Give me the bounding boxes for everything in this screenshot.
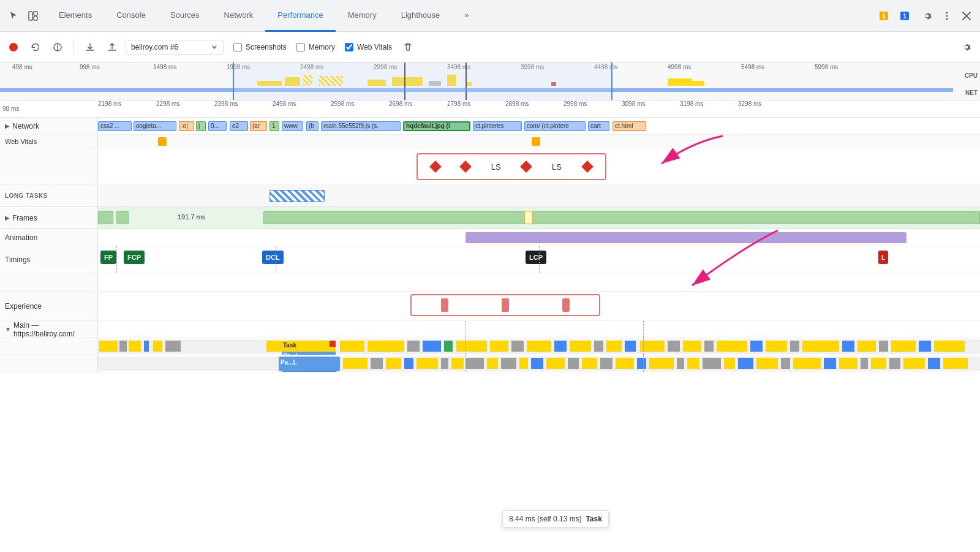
- net-chip-www[interactable]: www: [282, 121, 303, 131]
- net-chip-ctpinteres[interactable]: ct.pinteres: [473, 121, 522, 131]
- net-chip-main[interactable]: main.55e552f9.js (s.: [321, 121, 401, 131]
- net-chip-j[interactable]: j: [196, 121, 206, 131]
- net-chip-cart[interactable]: cart: [588, 121, 609, 131]
- task-g6[interactable]: [668, 341, 680, 352]
- task-y10[interactable]: [570, 341, 591, 352]
- profile-select[interactable]: bellroy.com #6: [126, 40, 224, 55]
- task-r2-15[interactable]: [582, 358, 597, 369]
- close-icon[interactable]: [958, 7, 975, 25]
- memory-checkbox-label[interactable]: Memory: [296, 43, 335, 51]
- tab-more[interactable]: »: [452, 0, 481, 32]
- task-r2-28[interactable]: [824, 358, 836, 369]
- net-chip-b[interactable]: (b: [306, 121, 318, 131]
- task-r2-25[interactable]: [756, 358, 778, 369]
- web-vitals-checkbox-label[interactable]: Web Vitals: [345, 43, 392, 51]
- memory-checkbox[interactable]: [296, 43, 305, 51]
- task-y3[interactable]: [153, 341, 162, 352]
- net-chip-hqdefault[interactable]: hqdefault.jpg (i: [403, 121, 470, 131]
- task-b5[interactable]: [750, 341, 763, 352]
- tab-network[interactable]: Network: [212, 0, 266, 32]
- net-chip-cthtml[interactable]: ct.html: [612, 121, 646, 131]
- task-y19[interactable]: [934, 341, 965, 352]
- task-main[interactable]: Task: [282, 341, 336, 352]
- task-y16[interactable]: [802, 341, 839, 352]
- task-r2-32[interactable]: [889, 358, 900, 369]
- task-r2-4[interactable]: [404, 358, 413, 369]
- task-y18[interactable]: [891, 341, 916, 352]
- task-y11[interactable]: [606, 341, 622, 352]
- fcp-chip[interactable]: FCP: [124, 251, 145, 264]
- task-g1[interactable]: [119, 341, 127, 352]
- warning-badge-button[interactable]: 1: [875, 9, 893, 23]
- record-button[interactable]: [5, 39, 22, 56]
- task-r2-18[interactable]: [637, 358, 646, 369]
- task-r2-27[interactable]: [793, 358, 821, 369]
- reload-record-button[interactable]: [27, 39, 44, 56]
- import-profile-button[interactable]: [81, 39, 99, 56]
- task-sub-pa[interactable]: Pa...L: [282, 352, 336, 355]
- overview-bar[interactable]: 498 ms 998 ms 1498 ms 1998 ms 2498 ms 29…: [0, 62, 980, 100]
- task-g7[interactable]: [704, 341, 714, 352]
- panel-layout-icon[interactable]: [24, 7, 42, 25]
- task-r2-19[interactable]: [649, 358, 674, 369]
- task-r2-7[interactable]: [451, 358, 464, 369]
- tab-performance[interactable]: Performance: [265, 0, 335, 32]
- animation-track-label[interactable]: Animation: [0, 229, 98, 246]
- dcl-chip[interactable]: DCL: [262, 251, 284, 264]
- stop-recording-button[interactable]: [49, 39, 66, 56]
- fp-chip[interactable]: FP: [100, 251, 116, 264]
- net-chip-googleta[interactable]: oogleta...: [134, 121, 176, 131]
- pa-bar[interactable]: Pa...L: [279, 357, 340, 371]
- task-r2-23[interactable]: [724, 358, 735, 369]
- task-g2[interactable]: [165, 341, 181, 352]
- task-r2-16[interactable]: [600, 358, 612, 369]
- task-r2-26[interactable]: [781, 358, 790, 369]
- task-r2-30[interactable]: [861, 358, 868, 369]
- lcp-chip[interactable]: LCP: [526, 251, 546, 264]
- main-thread-track-label[interactable]: ▼ Main — https://bellroy.com/: [0, 321, 98, 338]
- animation-bar[interactable]: [466, 232, 907, 243]
- tab-lighthouse[interactable]: Lighthouse: [389, 0, 453, 32]
- net-chip-ar[interactable]: (ar: [250, 121, 267, 131]
- frames-track-label[interactable]: ▶ Frames: [0, 207, 98, 229]
- tab-memory[interactable]: Memory: [336, 0, 389, 32]
- task-r2-11[interactable]: [519, 358, 528, 369]
- task-r2-5[interactable]: [417, 358, 438, 369]
- net-chip-0[interactable]: 0...: [208, 121, 227, 131]
- task-r2-29[interactable]: [839, 358, 858, 369]
- long-task-bar[interactable]: [270, 190, 325, 202]
- task-y8[interactable]: [490, 341, 508, 352]
- task-y15[interactable]: [766, 341, 787, 352]
- task-r2-21[interactable]: [687, 358, 699, 369]
- capture-settings-icon[interactable]: [958, 39, 975, 56]
- task-b7[interactable]: [919, 341, 931, 352]
- task-r2-12[interactable]: [531, 358, 543, 369]
- net-chip-co[interactable]: :o|: [179, 121, 194, 131]
- tab-console[interactable]: Console: [104, 0, 158, 32]
- frame-chip-1[interactable]: [98, 211, 113, 224]
- task-r2-2[interactable]: [371, 358, 383, 369]
- screenshots-checkbox[interactable]: [233, 43, 242, 51]
- task-r2-33[interactable]: [903, 358, 925, 369]
- task-r2-10[interactable]: [501, 358, 516, 369]
- clear-button[interactable]: [399, 39, 417, 56]
- net-chip-1[interactable]: 1: [270, 121, 279, 131]
- task-green1[interactable]: [444, 341, 453, 352]
- task-y12[interactable]: [640, 341, 665, 352]
- task-r2-20[interactable]: [677, 358, 684, 369]
- task-y5[interactable]: [340, 341, 364, 352]
- task-y9[interactable]: [527, 341, 551, 352]
- task-r2-35[interactable]: [943, 358, 968, 369]
- task-b3[interactable]: [554, 341, 567, 352]
- ev-bar[interactable]: Ev...pt: [282, 371, 337, 372]
- task-r2-17[interactable]: [616, 358, 634, 369]
- task-b2[interactable]: [423, 341, 441, 352]
- task-r2-9[interactable]: [487, 358, 498, 369]
- task-g8[interactable]: [790, 341, 799, 352]
- web-vitals-checkbox[interactable]: [345, 43, 353, 51]
- task-y6[interactable]: [368, 341, 404, 352]
- settings-icon[interactable]: [919, 7, 936, 25]
- task-r2-22[interactable]: [703, 358, 721, 369]
- info-badge-button[interactable]: 1: [895, 9, 914, 23]
- task-r2-14[interactable]: [568, 358, 579, 369]
